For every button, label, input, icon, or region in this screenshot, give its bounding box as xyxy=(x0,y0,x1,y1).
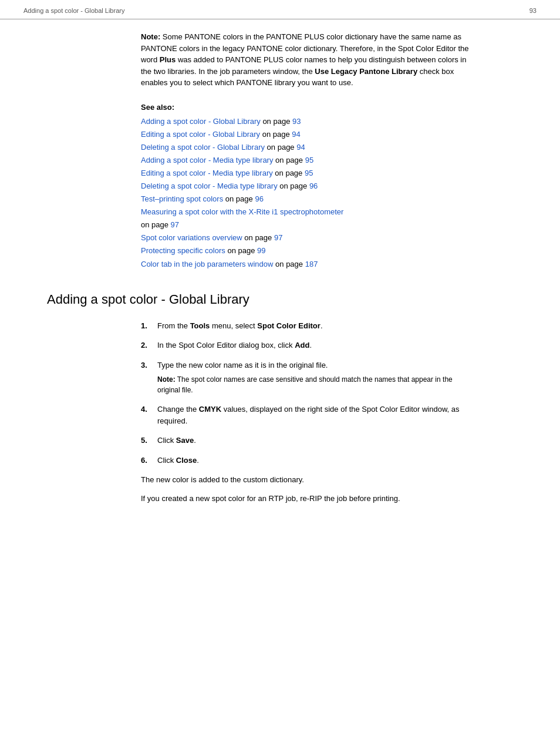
link-editing-media[interactable]: Editing a spot color - Media type librar… xyxy=(141,169,273,177)
link-adding-media[interactable]: Adding a spot color - Media type library xyxy=(141,156,273,164)
list-item: Deleting a spot color - Global Library o… xyxy=(141,141,470,154)
step-3-note-label: Note: xyxy=(157,375,176,384)
para-1: The new color is added to the custom dic… xyxy=(141,474,470,486)
step-2-text: In the Spot Color Editor dialog box, cli… xyxy=(157,340,470,351)
step-3-text: Type the new color name as it is in the … xyxy=(157,359,470,371)
note-block: Note: Some PANTONE colors in the PANTONE… xyxy=(141,31,470,89)
link-color-tab[interactable]: Color tab in the job parameters window xyxy=(141,260,273,268)
step-2-num: 2. xyxy=(141,340,157,351)
step-1-num: 1. xyxy=(141,320,157,332)
step-5: 5. Click Save. xyxy=(141,435,470,446)
step-3-note: Note: The spot color names are case sens… xyxy=(157,374,470,395)
list-item: Adding a spot color - Global Library on … xyxy=(141,115,470,128)
link-deleting-media[interactable]: Deleting a spot color - Media type libra… xyxy=(141,182,278,190)
note-label: Note: xyxy=(141,32,160,41)
link-page-97b[interactable]: 97 xyxy=(274,233,282,242)
step-5-text: Click Save. xyxy=(157,435,470,446)
step-5-save: Save xyxy=(176,436,194,445)
link-page-97a[interactable]: 97 xyxy=(171,220,179,229)
list-item: Editing a spot color - Media type librar… xyxy=(141,167,470,180)
link-protecting[interactable]: Protecting specific colors xyxy=(141,246,227,255)
step-4: 4. Change the CMYK values, displayed on … xyxy=(141,404,470,426)
para-2: If you created a new spot color for an R… xyxy=(141,493,470,505)
step-1: 1. From the Tools menu, select Spot Colo… xyxy=(141,320,470,332)
step-4-text: Change the CMYK values, displayed on the… xyxy=(157,404,470,426)
list-item: Measuring a spot color with the X-Rite i… xyxy=(141,206,470,231)
link-page-96b[interactable]: 96 xyxy=(255,194,263,203)
see-also-links: Adding a spot color - Global Library on … xyxy=(141,115,470,271)
header-page-number: 93 xyxy=(529,7,537,14)
page: Adding a spot color - Global Library 93 … xyxy=(0,0,560,746)
link-test-printing[interactable]: Test–printing spot colors xyxy=(141,194,223,203)
step-5-num: 5. xyxy=(141,435,157,446)
link-page-187[interactable]: 187 xyxy=(305,260,318,268)
link-page-95b[interactable]: 95 xyxy=(305,169,313,177)
see-also-label: See also: xyxy=(141,103,470,112)
link-deleting-global[interactable]: Deleting a spot color - Global Library xyxy=(141,143,265,152)
list-item: Adding a spot color - Media type library… xyxy=(141,154,470,167)
header-title: Adding a spot color - Global Library xyxy=(23,7,124,14)
list-item: Color tab in the job parameters window o… xyxy=(141,258,470,271)
link-page-93[interactable]: 93 xyxy=(292,117,301,126)
step-3-num: 3. xyxy=(141,359,157,371)
link-measuring[interactable]: Measuring a spot color with the X-Rite i… xyxy=(141,207,343,216)
step-6: 6. Click Close. xyxy=(141,455,470,466)
link-page-99[interactable]: 99 xyxy=(257,246,265,255)
step-2-add: Add xyxy=(295,341,309,350)
link-page-96a[interactable]: 96 xyxy=(309,182,318,190)
list-item: Spot color variations overview on page 9… xyxy=(141,231,470,244)
step-4-cmyk: CMYK xyxy=(199,405,221,414)
list-item: Deleting a spot color - Media type libra… xyxy=(141,180,470,193)
steps-container: 1. From the Tools menu, select Spot Colo… xyxy=(141,320,470,466)
link-page-94a[interactable]: 94 xyxy=(292,130,300,139)
step-3: 3. Type the new color name as it is in t… xyxy=(141,359,470,396)
page-header: Adding a spot color - Global Library 93 xyxy=(0,0,560,19)
page-content: Note: Some PANTONE colors in the PANTONE… xyxy=(0,31,560,535)
step-4-num: 4. xyxy=(141,404,157,426)
link-adding-global[interactable]: Adding a spot color - Global Library xyxy=(141,117,261,126)
step-1-tools: Tools xyxy=(190,321,210,330)
step-6-text: Click Close. xyxy=(157,455,470,466)
list-item: Editing a spot color - Global Library on… xyxy=(141,128,470,141)
link-page-95a[interactable]: 95 xyxy=(305,156,313,164)
list-item: Protecting specific colors on page 99 xyxy=(141,244,470,257)
note-plus-bold: Plus xyxy=(160,55,176,64)
section-heading: Adding a spot color - Global Library xyxy=(47,287,513,307)
list-item: Test–printing spot colors on page 96 xyxy=(141,193,470,206)
link-page-94b[interactable]: 94 xyxy=(296,143,305,152)
see-also-section: See also: Adding a spot color - Global L… xyxy=(141,103,470,271)
note-use-legacy: Use Legacy Pantone Library xyxy=(315,67,417,76)
step-6-close: Close xyxy=(176,456,197,465)
link-editing-global[interactable]: Editing a spot color - Global Library xyxy=(141,130,260,139)
step-6-num: 6. xyxy=(141,455,157,466)
link-variations[interactable]: Spot color variations overview xyxy=(141,233,242,242)
step-1-text: From the Tools menu, select Spot Color E… xyxy=(157,320,470,332)
step-1-spot-color-editor: Spot Color Editor xyxy=(257,321,321,330)
step-2: 2. In the Spot Color Editor dialog box, … xyxy=(141,340,470,351)
